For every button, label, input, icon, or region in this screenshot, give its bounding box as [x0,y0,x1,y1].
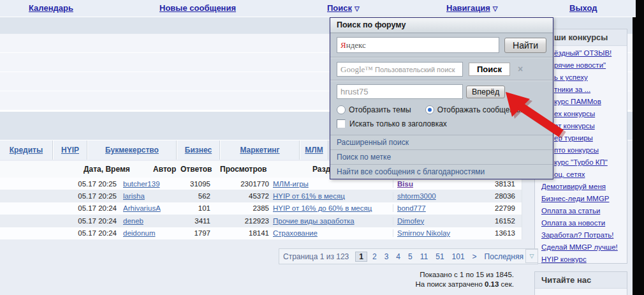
contest-link[interactable]: Бизнес-леди MMGP [541,195,610,202]
cell-replies: 101 [185,204,210,212]
forum-search-input[interactable]: hrust75 [337,84,463,99]
close-icon[interactable]: × [518,64,523,74]
cell-section: HYIP от 61% в месяц [273,192,389,200]
tab-бизнес[interactable]: Бизнес [177,140,220,160]
page-select-dropdown[interactable]: ▽ [525,249,538,263]
contest-link[interactable]: ер турниры [554,134,593,142]
table-row: 05.17 20:25larisha56245372HYIP от 61% в … [0,190,522,202]
tab-кредиты[interactable]: Кредиты [0,140,53,160]
cell-views: 45372 [210,192,269,200]
cell-views: 2301770 [210,180,269,188]
column-header-author: Автор [153,165,176,174]
search-option-link[interactable]: Расширенный поиск [330,135,553,149]
chevron-down-icon: ▽ [530,253,534,259]
contest-link[interactable]: Оплата за новости [541,219,605,227]
author-link[interactable]: butcher139 [123,180,160,188]
section-link[interactable]: Страхование [273,229,318,237]
section-link[interactable]: HYIP от 16% до 60% в месяц [273,204,372,212]
search-option-link[interactable]: Поиск по метке [330,149,553,164]
radio-show-topics-label: Отобразить темы [349,105,411,114]
cell-views: 2385 [210,204,269,212]
cell-date: 05.17 20:24 [0,217,117,225]
page-link-3[interactable]: 3 [381,252,392,261]
chevron-down-icon[interactable]: ▽ [355,5,360,12]
tab-млм[interactable]: МЛМ [300,140,328,160]
page-link-4[interactable]: 4 [393,252,404,261]
google-search-button[interactable]: Поиск [469,63,510,76]
tab-букмекерство[interactable]: Букмекерство [87,140,177,160]
list-item: Демотивируй меня [535,179,627,192]
contest-link[interactable]: курс "Турбо КП" [554,158,608,166]
contest-link[interactable]: ёздный" ОТЗЫВ! [554,49,611,57]
last-poster-link[interactable]: bond777 [397,204,426,212]
search-option-link[interactable]: Найти все сообщения с благодарностями [330,164,553,179]
yandex-find-button[interactable]: Найти [504,38,546,53]
contest-link[interactable]: Заработал? Потрать! [541,231,613,239]
tab-hyip[interactable]: HYIP [53,140,87,160]
cell-section: Прочие виды заработка [273,217,389,225]
contest-link[interactable]: HYIP конкурс [541,255,587,263]
nav-item-search[interactable]: Поиск▽ [327,3,360,13]
nav-item-new-posts[interactable]: Новые сообщения [159,3,236,13]
yandex-search-input[interactable]: Яндекс [337,37,499,53]
cell-date: 05.17 20:24 [0,204,117,212]
page-link-11[interactable]: 11 [417,252,431,261]
google-placeholder: Пользовательский поиск [373,66,455,73]
nav-item-logout[interactable]: Выход [569,3,597,13]
contest-link[interactable]: ех конкурсы [554,110,595,117]
pagination-bar: Страница 1 из 123 1 23451151101 > Послед… [279,248,538,264]
page-link-51[interactable]: 51 [432,252,447,261]
table-row: 05.17 20:24ArhivariusA1012385HYIP от 16%… [0,202,522,215]
page-link-2[interactable]: 2 [369,252,380,261]
author-link[interactable]: deneb [123,217,143,225]
contest-link[interactable]: Оплата за статьи [541,207,600,215]
radio-show-topics[interactable] [337,105,346,114]
author-link[interactable]: ArhivariusA [123,204,161,212]
table-row: 05.17 20:24deidonum179718141СтрахованиеS… [0,227,522,239]
contest-link[interactable]: тники за ... [554,86,590,93]
section-link[interactable]: Прочие виды заработка [273,217,355,225]
author-link[interactable]: deidonum [123,229,156,237]
cell-replies: 562 [185,192,210,200]
next-page-button[interactable]: > [469,252,480,261]
contest-link[interactable]: рт конкурсы [554,122,595,130]
cell-count: 16152 [460,217,522,225]
cell-date: 05.17 20:24 [0,229,117,237]
nav-item-navigation[interactable]: Навигация▽ [446,3,498,13]
last-poster-link[interactable]: Dimofey [397,217,424,225]
contest-link[interactable]: ь к успеху [554,73,588,81]
cell-author: ArhivariusA [123,204,185,212]
section-link[interactable]: HYIP от 61% в месяц [273,192,345,200]
contest-link[interactable]: курс ПАММов [554,98,601,105]
cell-section: Страхование [273,229,389,237]
radio-show-posts[interactable] [425,105,434,114]
search-results-summary: Показано с 1 по 15 из 1845. На поиск зат… [332,270,514,289]
author-link[interactable]: larisha [123,192,145,200]
contest-link[interactable]: рячие новости" [554,61,606,69]
contest-link[interactable]: Сделай MMGP лучше! [541,243,618,251]
last-poster-link[interactable]: Bisu [397,180,413,188]
column-header-views: Просмотров [220,165,267,174]
cell-date: 05.17 20:25 [0,192,117,200]
list-item: Twitter [535,291,627,295]
contest-link[interactable]: пто конкурсы [554,146,599,154]
contest-link[interactable]: оц. сетях [554,170,585,178]
cell-last-poster: bond777 [393,204,460,212]
section-link[interactable]: МЛМ-игры [273,180,309,188]
chevron-down-icon[interactable]: ▽ [493,5,498,12]
cell-last-poster: Bisu [393,180,460,188]
cell-last-poster: Dimofey [393,217,460,225]
checkbox-titles-only[interactable] [337,119,346,128]
last-poster-link[interactable]: shtorm3000 [397,192,436,200]
last-poster-link[interactable]: Smirnov Nikolay [397,229,450,237]
tab-маркетинг[interactable]: Маркетинг [220,140,300,160]
forward-button[interactable]: Вперёд [466,86,505,98]
contest-link[interactable]: Демотивируй меня [541,183,606,190]
page-link-101[interactable]: 101 [449,252,468,261]
nav-item-calendar[interactable]: Календарь [29,3,73,13]
page-link-5[interactable]: 5 [405,252,416,261]
top-nav: КалендарьНовые сообщенияПоиск▽Навигация▽… [0,0,636,17]
yandex-placeholder-rest: ндекс [346,40,366,50]
cell-replies: 31095 [185,180,210,188]
google-search-input[interactable]: Google™ Пользовательский поиск [337,62,463,77]
